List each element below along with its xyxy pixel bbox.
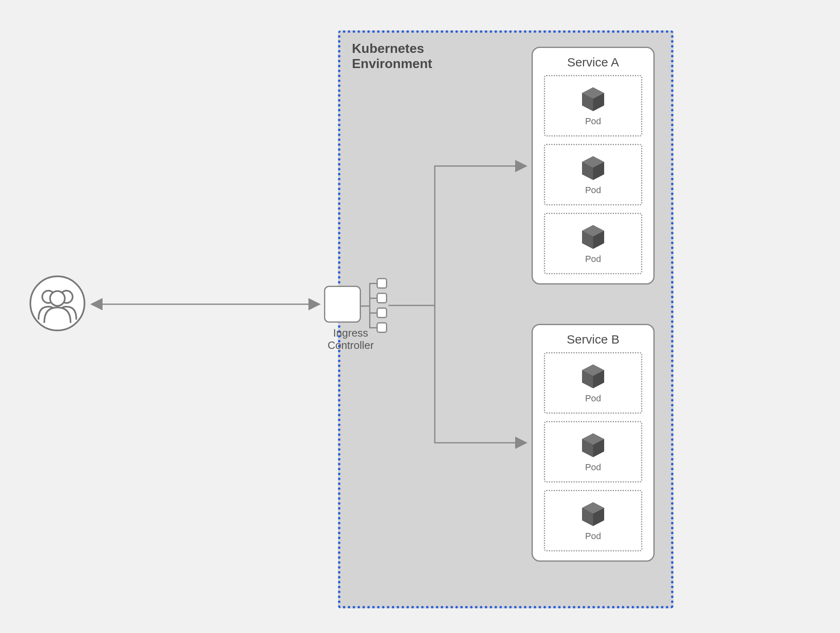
service-a-title: Service A — [542, 55, 644, 69]
pod-box: Pod — [544, 213, 642, 274]
service-b-box: Service B Pod Pod — [532, 324, 655, 562]
connector-line — [369, 312, 377, 314]
cube-icon — [579, 431, 607, 460]
ingress-port-icon — [377, 322, 387, 333]
cube-icon — [579, 362, 607, 391]
cube-icon — [579, 223, 607, 251]
service-a-box: Service A Pod Pod — [532, 47, 655, 285]
pod-label: Pod — [585, 116, 601, 127]
connector-line — [369, 327, 377, 328]
kubernetes-environment-title: KubernetesEnvironment — [352, 41, 432, 71]
users-icon — [29, 275, 86, 332]
pod-box: Pod — [544, 144, 642, 205]
pod-box: Pod — [544, 490, 642, 551]
pod-label: Pod — [585, 393, 601, 404]
diagram-canvas: KubernetesEnvironment IngressController … — [0, 0, 840, 633]
pod-box: Pod — [544, 421, 642, 483]
svg-point-3 — [50, 291, 65, 306]
pod-label: Pod — [585, 462, 601, 473]
pod-label: Pod — [585, 254, 601, 264]
ingress-port-icon — [377, 278, 387, 289]
cube-icon — [579, 85, 607, 114]
ingress-port-icon — [377, 307, 387, 318]
cube-icon — [579, 154, 607, 182]
connector-line — [361, 305, 370, 307]
service-b-title: Service B — [542, 332, 644, 346]
connector-line — [369, 283, 377, 284]
pod-box: Pod — [544, 75, 642, 137]
connector-line — [369, 283, 370, 328]
connector-line — [369, 298, 377, 299]
pod-label: Pod — [585, 531, 601, 542]
ingress-controller-box — [324, 286, 361, 323]
pod-box: Pod — [544, 352, 642, 414]
cube-icon — [579, 500, 607, 528]
ingress-port-icon — [377, 293, 387, 303]
pod-label: Pod — [585, 185, 601, 196]
ingress-controller-label: IngressController — [316, 327, 386, 352]
